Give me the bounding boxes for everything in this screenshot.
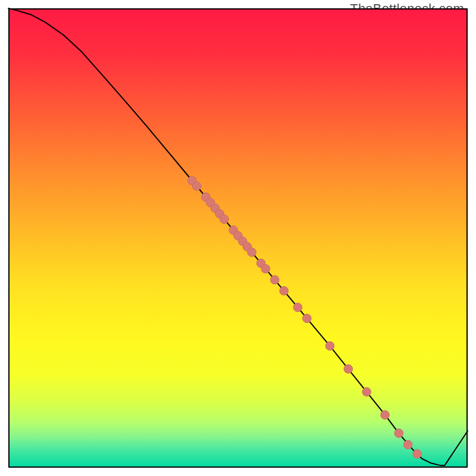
marker-dot bbox=[394, 429, 403, 438]
marker-dot bbox=[403, 440, 412, 449]
marker-dot bbox=[325, 342, 334, 350]
marker-dot bbox=[270, 275, 279, 284]
plot-area bbox=[8, 8, 468, 468]
marker-dot bbox=[293, 303, 302, 312]
highlight-markers bbox=[187, 176, 421, 458]
marker-dot bbox=[344, 365, 353, 374]
chart-container: TheBottleneck.com bbox=[0, 0, 476, 476]
marker-dot bbox=[248, 248, 256, 257]
marker-dot bbox=[302, 314, 311, 323]
marker-dot bbox=[413, 450, 422, 459]
marker-dot bbox=[261, 264, 270, 273]
marker-dot bbox=[362, 387, 371, 396]
marker-dot bbox=[381, 411, 390, 419]
curve-layer bbox=[8, 8, 468, 468]
marker-dot bbox=[280, 286, 289, 295]
marker-dot bbox=[220, 215, 229, 224]
marker-dot bbox=[192, 181, 201, 190]
